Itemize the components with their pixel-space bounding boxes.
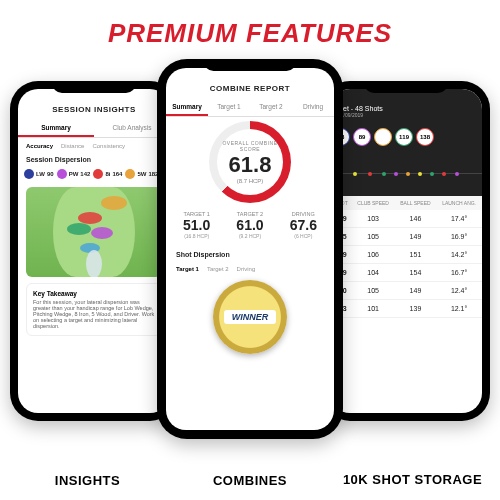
shot-tab-t2[interactable]: Target 2 (207, 266, 229, 272)
table-row[interactable]: 23910314617.4° (330, 210, 482, 228)
target-driving: DRIVING 67.6 (6 HCP) (277, 211, 330, 239)
table-row[interactable]: 25910415416.7° (330, 264, 482, 282)
screen-storage: Net - 48 Shots 01/09/2019 68 89 119 138 (330, 89, 482, 413)
chip[interactable]: 119 (395, 128, 413, 146)
tab-target-1[interactable]: Target 1 (208, 99, 250, 116)
page-title: PREMIUM FEATURES (0, 0, 500, 57)
combine-tabs: Summary Target 1 Target 2 Driving (166, 99, 334, 117)
takeaway-body: For this session, your lateral dispersio… (33, 299, 154, 329)
phone-insights: SESSION INSIGHTS Summary Club Analysis A… (10, 81, 178, 421)
storage-header: Net - 48 Shots 01/09/2019 (330, 89, 482, 124)
table-row[interactable]: 22010514912.4° (330, 282, 482, 300)
table-row[interactable]: 22310113912.1° (330, 300, 482, 318)
screen-combines: COMBINE REPORT Summary Target 1 Target 2… (166, 68, 334, 430)
target-2: TARGET 2 61.0 (9.2 HCP) (223, 211, 276, 239)
combine-header: COMBINE REPORT (166, 68, 334, 99)
target-1: TARGET 1 51.0 (16.8 HCP) (170, 211, 223, 239)
table-row[interactable]: 25510514916.9° (330, 228, 482, 246)
chip-lw[interactable]: LW 90 (24, 169, 54, 179)
phone-notch (364, 81, 448, 93)
phone-storage: Net - 48 Shots 01/09/2019 68 89 119 138 (322, 81, 490, 421)
subtab-consistency[interactable]: Consistency (92, 143, 125, 149)
score-ring: OVERALL COMBINE SCORE 61.8 (8.7 HCP) (209, 121, 291, 203)
phone-combines: COMBINE REPORT Summary Target 1 Target 2… (157, 59, 343, 439)
winner-badge: WINNER (213, 280, 287, 354)
chip[interactable]: 138 (416, 128, 434, 146)
session-title: Net - 48 Shots (338, 105, 474, 112)
tab-driving[interactable]: Driving (292, 99, 334, 116)
score-label: OVERALL COMBINE SCORE (217, 140, 283, 152)
score-value: 61.8 (229, 152, 272, 178)
chip[interactable] (374, 128, 392, 146)
insights-tabs: Summary Club Analysis (18, 120, 170, 138)
captions-row: INSIGHTS COMBINES 10K SHOT STORAGE (0, 473, 500, 488)
subtab-accuracy[interactable]: Accuracy (26, 143, 53, 149)
shots-table: SHOT CLUB SPEED BALL SPEED LAUNCH ANG. 2… (330, 196, 482, 318)
phone-notch (204, 59, 297, 71)
section-dispersion: Session Dispersion (18, 154, 170, 165)
tab-summary[interactable]: Summary (166, 99, 208, 116)
takeaway-title: Key Takeaway (33, 290, 155, 297)
chip-5w[interactable]: 5W 182 (125, 169, 158, 179)
caption-storage: 10K SHOT STORAGE (325, 473, 500, 488)
shot-dispersion-title: Shot Dispersion (166, 245, 334, 264)
phones-stage: SESSION INSIGHTS Summary Club Analysis A… (0, 57, 500, 447)
club-chips: LW 90 PW 142 8i 164 5W 182 (18, 165, 170, 183)
caption-insights: INSIGHTS (0, 473, 175, 488)
insights-subtabs: Accuracy Distance Consistency (18, 138, 170, 154)
screen-insights: SESSION INSIGHTS Summary Club Analysis A… (18, 89, 170, 413)
score-sub: (8.7 HCP) (237, 178, 264, 184)
chip[interactable]: 89 (353, 128, 371, 146)
caption-combines: COMBINES (175, 473, 325, 488)
targets-row: TARGET 1 51.0 (16.8 HCP) TARGET 2 61.0 (… (166, 205, 334, 245)
table-header: SHOT CLUB SPEED BALL SPEED LAUNCH ANG. (330, 196, 482, 210)
takeaway-card: Key Takeaway For this session, your late… (26, 283, 162, 336)
session-date: 01/09/2019 (338, 112, 474, 118)
shot-tab-driving[interactable]: Driving (237, 266, 256, 272)
shot-tab-t1[interactable]: Target 1 (176, 266, 199, 272)
storage-chips: 68 89 119 138 (330, 124, 482, 150)
chip-8i[interactable]: 8i 164 (93, 169, 122, 179)
phone-notch (52, 81, 136, 93)
tab-summary[interactable]: Summary (18, 120, 94, 137)
chip-pw[interactable]: PW 142 (57, 169, 91, 179)
shot-timeline[interactable] (330, 150, 482, 196)
winner-label: WINNER (224, 310, 277, 324)
score-ring-wrap: OVERALL COMBINE SCORE 61.8 (8.7 HCP) (166, 117, 334, 205)
fairway-graphic (26, 187, 162, 277)
subtab-distance[interactable]: Distance (61, 143, 84, 149)
shot-subtabs: Target 1 Target 2 Driving (166, 264, 334, 274)
insights-header: SESSION INSIGHTS (18, 89, 170, 120)
table-row[interactable]: 24910615114.2° (330, 246, 482, 264)
tab-target-2[interactable]: Target 2 (250, 99, 292, 116)
